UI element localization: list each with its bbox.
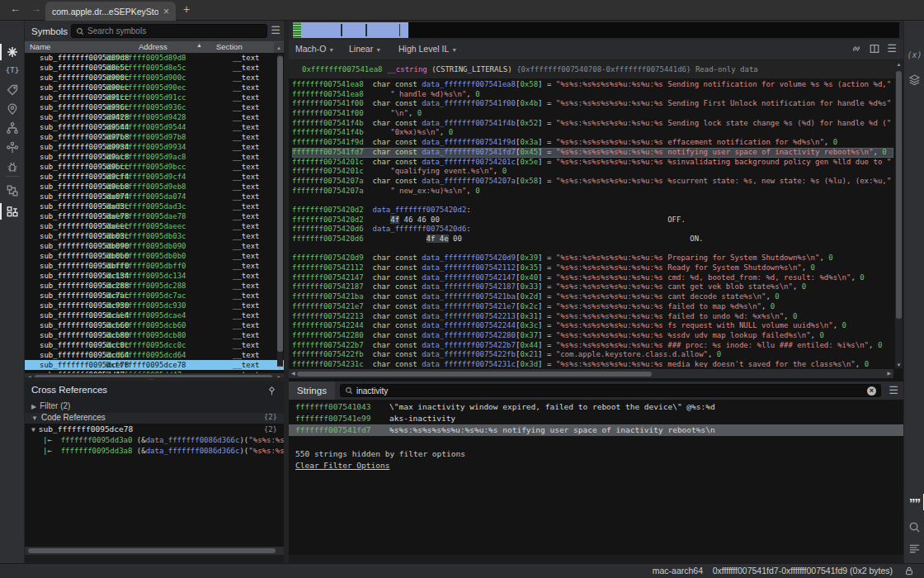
tag-icon[interactable] bbox=[0, 80, 25, 100]
symbols-vertical-scrollbar[interactable] bbox=[277, 54, 283, 367]
symbol-row[interactable]: sub_fffffff0095d900c0xfffffff0095d900c__… bbox=[25, 73, 284, 83]
strings-menu-icon[interactable]: ☰ bbox=[889, 384, 898, 396]
code-line[interactable]: fffffff0075422b7 char const data_fffffff… bbox=[292, 341, 893, 351]
symbol-row[interactable]: sub_fffffff0095dc9300xfffffff0095dc930__… bbox=[25, 301, 284, 310]
back-icon[interactable]: ← bbox=[10, 2, 21, 15]
code-horizontal-scrollbar[interactable]: ◀ ▶ bbox=[289, 369, 893, 378]
string-row[interactable]: fffffff007541043\"max inactivity window … bbox=[289, 401, 903, 413]
symbol-row[interactable]: sub_fffffff0095dce780xfffffff0095dce78__… bbox=[25, 360, 284, 370]
string-row[interactable]: fffffff007541e99aks-inactivity bbox=[289, 413, 903, 424]
find-icon[interactable] bbox=[904, 518, 924, 536]
symbols-search-input[interactable] bbox=[87, 26, 262, 36]
strings-search[interactable]: × bbox=[340, 384, 881, 397]
scroll-down-icon[interactable]: ▼ bbox=[895, 362, 903, 367]
code-line[interactable]: fffffff00754201c char const data_fffffff… bbox=[292, 158, 893, 168]
symbol-row[interactable]: sub_fffffff0095d9cf40xfffffff0095d9cf4__… bbox=[25, 172, 284, 182]
xrefs-code-references-row[interactable]: ▼Code References{2} bbox=[25, 413, 284, 424]
symbols-icon[interactable] bbox=[0, 42, 25, 62]
scroll-up-icon[interactable]: ▲ bbox=[895, 62, 903, 67]
symbols-table-header[interactable]: Name Address ▲ Section ▲ bbox=[25, 41, 284, 53]
symbols-menu-icon[interactable]: ☰ bbox=[271, 24, 280, 36]
symbols-search[interactable] bbox=[71, 24, 267, 38]
symbol-row[interactable]: sub_fffffff0095dcb800xfffffff0095dcb80__… bbox=[25, 330, 284, 340]
code-line[interactable]: fffffff007541ea8 " handle %d)%s\n", 0 bbox=[292, 90, 893, 100]
symbol-row[interactable]: sub_fffffff0095dc7ac0xfffffff0095dc7ac__… bbox=[25, 291, 284, 301]
symbol-row[interactable]: sub_fffffff0095d95440xfffffff0095d9544__… bbox=[25, 122, 284, 132]
code-line[interactable]: fffffff007541f9d char const data_fffffff… bbox=[292, 138, 893, 148]
code-line[interactable]: fffffff007541f00 char const data_fffffff… bbox=[292, 99, 893, 109]
code-line[interactable]: fffffff00754201c "qualifying event.%s\n"… bbox=[292, 167, 893, 177]
view-menu-icon[interactable]: ☰ bbox=[887, 43, 897, 54]
lock-icon[interactable] bbox=[904, 566, 914, 578]
scroll-up-icon[interactable]: ▲ bbox=[274, 42, 284, 54]
code-line[interactable]: fffffff0075421e7 char const data_fffffff… bbox=[292, 302, 893, 312]
variables-icon[interactable]: (x) bbox=[904, 45, 924, 64]
types-icon[interactable]: {T} bbox=[0, 60, 25, 80]
xrefs-horizontal-scrollbar[interactable] bbox=[25, 547, 284, 555]
hierarchy-icon[interactable] bbox=[0, 118, 25, 138]
code-line[interactable]: fffffff00754207a " new_ex:%u)%s\n", 0 bbox=[292, 187, 893, 197]
code-line[interactable]: fffffff0075420d6 4f 4e 00 ON. bbox=[292, 235, 893, 244]
format-dropdown[interactable]: Mach-O▼ bbox=[295, 44, 334, 54]
symbol-row[interactable]: sub_fffffff0095dc2880xfffffff0095dc288__… bbox=[25, 281, 284, 291]
xref-function-row[interactable]: ▼sub_fffffff0095dce78{2} bbox=[25, 424, 284, 435]
symbol-row[interactable]: sub_fffffff0095d936c0xfffffff0095d936c__… bbox=[25, 102, 284, 112]
xref-row[interactable]: |← fffffff0095dd3a0 (&data_fffffff0086d3… bbox=[25, 435, 284, 446]
feature-map-strip[interactable] bbox=[293, 22, 899, 38]
code-line[interactable]: fffffff007542244 char const data_fffffff… bbox=[292, 321, 893, 331]
section-header-line[interactable]: 0xfffffff007541ea8 __cstring (CSTRING_LI… bbox=[289, 60, 903, 78]
symbol-row[interactable]: sub_fffffff0095d97b80xfffffff0095d97b8__… bbox=[25, 132, 284, 142]
symbol-row[interactable]: sub_fffffff0095dcb600xfffffff0095dcb60__… bbox=[25, 320, 284, 330]
symbol-row[interactable]: sub_fffffff0095d91cc0xfffffff0095d91cc__… bbox=[25, 92, 284, 102]
symbol-row[interactable]: sub_fffffff0095d9bcc0xfffffff0095d9bcc__… bbox=[25, 162, 284, 172]
code-line[interactable]: fffffff00754207a char const data_fffffff… bbox=[292, 177, 893, 187]
scroll-right-icon[interactable]: ▶ bbox=[887, 369, 891, 378]
split-view-icon[interactable] bbox=[869, 43, 880, 54]
feature-map[interactable] bbox=[289, 21, 903, 40]
link-icon[interactable] bbox=[851, 43, 862, 54]
location-pin-icon[interactable] bbox=[0, 99, 25, 119]
code-line[interactable]: fffffff007542187 char const data_fffffff… bbox=[292, 282, 893, 292]
bug-icon[interactable] bbox=[0, 157, 25, 177]
symbol-row[interactable]: sub_fffffff0095db0b00xfffffff0095db0b0__… bbox=[25, 251, 284, 261]
symbol-row[interactable]: sub_fffffff0095d8e5c0xfffffff0095d8e5c__… bbox=[25, 63, 284, 73]
il-dropdown[interactable]: High Level IL▼ bbox=[398, 44, 457, 54]
document-tab[interactable]: com.apple.dr...eSEPKeyStore × bbox=[45, 2, 176, 21]
symbol-row[interactable]: sub_fffffff0095db03c0xfffffff0095db03c__… bbox=[25, 231, 284, 241]
symbol-row[interactable]: sub_fffffff0095d99340xfffffff0095d9934__… bbox=[25, 142, 284, 152]
code-line[interactable]: fffffff007542280 char const data_fffffff… bbox=[292, 331, 893, 341]
code-line[interactable]: fffffff007541f00 "\n", 0 bbox=[292, 109, 893, 119]
new-tab-icon[interactable]: + bbox=[183, 2, 190, 16]
code-line[interactable]: fffffff007541f4b "0x%x)%s\n", 0 bbox=[292, 128, 893, 138]
symbol-row[interactable]: sub_fffffff0095daeec0xfffffff0095daeec__… bbox=[25, 221, 284, 231]
log-icon[interactable] bbox=[904, 539, 924, 557]
code-line[interactable]: fffffff007542147 char const data_fffffff… bbox=[292, 273, 893, 283]
symbol-row[interactable]: sub_fffffff0095da0740xfffffff0095da074__… bbox=[25, 192, 284, 201]
code-vertical-scrollbar[interactable]: ▲ ▼ bbox=[895, 61, 903, 368]
symbol-row[interactable]: sub_fffffff0095dbff00xfffffff0095dbff0__… bbox=[25, 261, 284, 271]
code-line[interactable]: fffffff00754231c char const data_fffffff… bbox=[292, 360, 893, 367]
clear-search-icon[interactable]: × bbox=[867, 386, 876, 396]
symbol-row[interactable]: sub_fffffff0095dcae40xfffffff0095dcae4__… bbox=[25, 310, 284, 320]
code-line[interactable]: fffffff0075420d9 char const data_fffffff… bbox=[292, 253, 893, 263]
xref-row[interactable]: |← fffffff0095dd3a8 (&data_fffffff0086d3… bbox=[25, 446, 284, 457]
code-line[interactable]: fffffff0075421ba char const data_fffffff… bbox=[292, 292, 893, 302]
code-line[interactable]: fffffff0075420d6 data_fffffff0075420d6: bbox=[292, 225, 893, 235]
tab-close-icon[interactable]: × bbox=[163, 6, 169, 17]
symbol-row[interactable]: sub_fffffff0095dc1340xfffffff0095dc134__… bbox=[25, 271, 284, 281]
pin-icon[interactable] bbox=[266, 385, 277, 400]
clear-filter-link[interactable]: Clear Filter Options bbox=[295, 461, 389, 470]
code-line[interactable]: fffffff007541ea8 char const data_fffffff… bbox=[292, 80, 893, 90]
code-line[interactable]: fffffff007542112 char const data_fffffff… bbox=[292, 263, 893, 273]
code-line[interactable] bbox=[292, 196, 893, 206]
symbol-row[interactable]: sub_fffffff0095db0900xfffffff0095db090__… bbox=[25, 241, 284, 251]
column-section[interactable]: Section bbox=[216, 42, 243, 51]
symbol-row[interactable]: sub_fffffff0095d90ec0xfffffff0095d90ec__… bbox=[25, 83, 284, 92]
strings-quotes-icon[interactable]: ”” bbox=[904, 493, 924, 511]
strings-search-input[interactable] bbox=[356, 386, 835, 396]
code-line[interactable]: fffffff0075422fb char const data_fffffff… bbox=[292, 350, 893, 360]
mini-graph-icon[interactable] bbox=[0, 138, 25, 158]
code-line[interactable]: fffffff007541f4b char const data_fffffff… bbox=[292, 119, 893, 129]
stack-icon[interactable] bbox=[904, 70, 924, 88]
symbol-row[interactable]: sub_fffffff0095d89d80xfffffff0095d89d8__… bbox=[25, 53, 284, 63]
